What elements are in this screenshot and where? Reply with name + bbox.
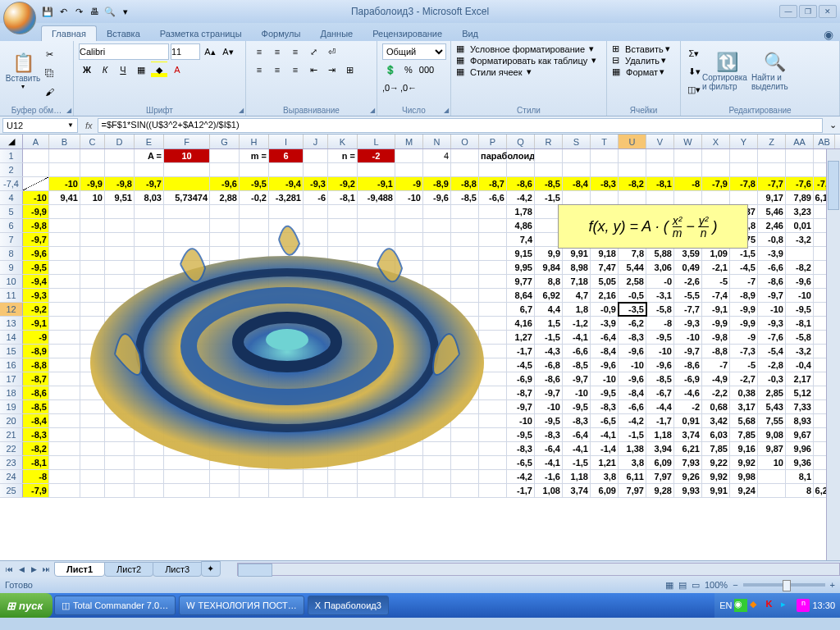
cell-AA10[interactable]: -9,6 [786,275,814,288]
cell-T10[interactable]: 5,05 [591,275,619,288]
cell-Q14[interactable]: 1,27 [507,331,535,344]
tray-antivirus-icon[interactable]: K [765,599,778,612]
view-break-icon[interactable]: ▭ [692,580,700,591]
tab-formulas[interactable]: Формулы [252,26,311,41]
cell-Z18[interactable]: 2,85 [758,386,786,399]
cell-U12[interactable]: -3,5 [619,303,646,316]
orientation-icon[interactable]: ⤢ [305,43,322,60]
cell-D2[interactable] [105,163,135,176]
cell-U14[interactable]: -8,3 [619,331,646,344]
cell-T19[interactable]: -8,3 [591,400,619,413]
font-size-combo[interactable] [171,43,200,60]
cell-V16[interactable]: -9,6 [646,358,674,372]
find-select-button[interactable]: 🔍 Найти и выделить [751,43,797,99]
cut-icon[interactable]: ✂ [41,46,57,62]
col-header-X[interactable]: X [702,135,730,148]
col-header-AB[interactable]: AB [814,135,835,148]
cell-R3[interactable]: -8,5 [535,177,563,190]
zoom-in-icon[interactable]: + [830,580,835,590]
cell-X24[interactable]: 9,92 [702,470,730,483]
cell-P1[interactable]: параболоид [479,149,507,162]
cell-V2[interactable] [646,163,674,176]
underline-button[interactable]: Ч [115,62,131,78]
cell-X20[interactable]: 3,42 [702,414,730,427]
cell-A15[interactable]: -8,9 [23,345,49,358]
cell-Q8[interactable]: 9,15 [507,247,535,260]
col-header-A[interactable]: A [23,135,49,148]
cell-V11[interactable]: -3,1 [646,289,674,302]
cell-R1[interactable] [535,149,563,162]
cell-Y15[interactable]: -7,3 [730,345,758,358]
cell-X8[interactable]: 1,09 [702,247,730,260]
cell-V12[interactable]: -5,8 [646,303,674,316]
cell-AA19[interactable]: 7,33 [786,400,814,413]
cell-X17[interactable]: -4,9 [702,372,730,386]
cell-Y20[interactable]: 5,68 [730,414,758,427]
col-header-F[interactable]: F [164,135,210,148]
cell-U1[interactable] [619,149,646,162]
col-header-E[interactable]: E [135,135,164,148]
cell-U8[interactable]: 7,8 [619,247,646,260]
cell-Q6[interactable]: 4,86 [507,219,535,232]
view-normal-icon[interactable]: ▦ [665,580,673,591]
tray-icon-1[interactable]: ◉ [734,599,747,612]
cell-AA18[interactable]: 5,12 [786,386,814,399]
row-header-12[interactable]: 12 [0,303,23,316]
cell-J3[interactable]: -9,3 [304,177,328,190]
cell-X1[interactable] [702,149,730,162]
print-icon[interactable]: 🖶 [88,5,101,18]
cell-W25[interactable]: 9,93 [674,484,702,497]
cell-Y23[interactable]: 9,92 [730,456,758,469]
view-layout-icon[interactable]: ▤ [678,580,687,591]
cell-Q23[interactable]: -6,5 [507,456,535,469]
cell-J1[interactable] [304,149,328,162]
cell-N1[interactable]: 4 [423,149,451,162]
cell-W15[interactable]: -9,7 [674,345,702,358]
cell-G2[interactable] [210,163,240,176]
row-header-20[interactable]: 20 [0,414,23,427]
cell-S9[interactable]: 8,98 [563,261,591,274]
cell-Q10[interactable]: 9,77 [507,275,535,288]
cell-W16[interactable]: -8,6 [674,358,702,372]
formula-expand-icon[interactable]: ⌄ [825,120,840,130]
zoom-slider[interactable] [743,583,825,587]
cell-R10[interactable]: 8,8 [535,275,563,288]
cell-W14[interactable]: -10 [674,331,702,344]
cell-O3[interactable]: -8,8 [451,177,479,190]
decrease-indent-icon[interactable]: ⇤ [305,62,322,78]
cell-T14[interactable]: -6,4 [591,331,619,344]
clipboard-launcher-icon[interactable]: ◢ [66,107,71,114]
cell-Q24[interactable]: -4,2 [507,470,535,483]
row-header-24[interactable]: 24 [0,470,23,483]
cell-Y12[interactable]: -9,9 [730,303,758,316]
increase-indent-icon[interactable]: ⇥ [323,62,340,78]
minimize-button[interactable]: — [779,5,797,18]
horizontal-scrollbar[interactable] [237,563,840,576]
cell-I3[interactable]: -9,4 [269,177,304,190]
cell-AA12[interactable]: -9,5 [786,303,814,316]
select-all-button[interactable]: ◢ [0,135,23,148]
cell-Y4[interactable] [730,191,758,204]
cell-U9[interactable]: 5,44 [619,261,646,274]
col-header-R[interactable]: R [535,135,563,148]
cell-R2[interactable] [535,163,563,176]
cell-AA20[interactable]: 8,93 [786,414,814,427]
cell-Z7[interactable]: -0,8 [758,233,786,246]
cell-Y17[interactable]: -2,7 [730,372,758,386]
row-header-10[interactable]: 10 [0,275,23,288]
cell-X11[interactable]: -7,4 [702,289,730,302]
cell-U19[interactable]: -6,6 [619,400,646,413]
row-header-19[interactable]: 19 [0,400,23,413]
cell-Z9[interactable]: -6,6 [758,261,786,274]
cell-I2[interactable] [269,163,304,176]
cell-S23[interactable]: -1,5 [563,456,591,469]
cell-W4[interactable] [674,191,702,204]
cell-A23[interactable]: -8,1 [23,456,49,469]
col-header-T[interactable]: T [591,135,619,148]
cell-V25[interactable]: 9,28 [646,484,674,497]
cell-AA24[interactable]: 8,1 [786,470,814,483]
cell-A14[interactable]: -9 [23,331,49,344]
cell-Q4[interactable]: -4,2 [507,191,535,204]
cell-Q15[interactable]: -1,7 [507,345,535,358]
cell-AA25[interactable]: 8 [786,484,814,497]
